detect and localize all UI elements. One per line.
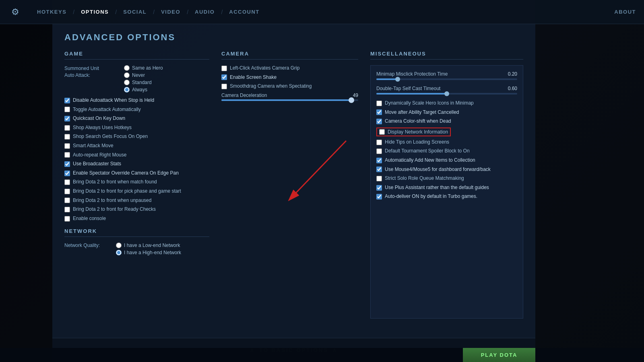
game-checkbox-7[interactable]: Use Broadcaster Stats [64, 161, 209, 167]
game-checkbox-3[interactable]: Shop Always Uses Hotkeys [64, 125, 209, 131]
camera-checkbox-label-1: Enable Screen Shake [230, 74, 277, 81]
radio-always[interactable]: Always [124, 87, 163, 93]
game-checkbox-label-6: Auto-repeat Right Mouse [73, 152, 126, 158]
game-checkbox-input-3[interactable] [64, 125, 70, 131]
game-checkbox-label-12: Bring Dota 2 to front for Ready Checks [73, 206, 156, 213]
game-checkbox-label-3: Shop Always Uses Hotkeys [73, 125, 132, 131]
camera-checkbox-1[interactable]: Enable Screen Shake [221, 74, 358, 81]
game-checkbox-input-5[interactable] [64, 143, 70, 149]
doubletap-slider-label: Double-Tap Self Cast Timeout [376, 86, 440, 91]
game-checkbox-input-4[interactable] [64, 134, 70, 140]
game-checkbox-0[interactable]: Disable Autoattack When Stop is Held [64, 97, 209, 104]
game-checkbox-11[interactable]: Bring Dota 2 to front when unpaused [64, 197, 209, 204]
game-checkbox-input-0[interactable] [64, 98, 70, 103]
game-checkbox-6[interactable]: Auto-repeat Right Mouse [64, 152, 209, 158]
game-checkbox-input-13[interactable] [64, 216, 70, 222]
misc-checkbox-2[interactable]: Camera Color-shift when Dead [376, 118, 517, 125]
nav-account[interactable]: ACCOUNT [223, 9, 266, 15]
camera-checkbox-input-2[interactable] [221, 84, 227, 89]
radio-standard-input[interactable] [124, 80, 130, 85]
misc-checkbox-9[interactable]: Use Plus Assistant rather than the defau… [376, 185, 517, 191]
nav-options[interactable]: OPTIONS [74, 9, 115, 15]
game-checkbox-label-2: Quickcast On Key Down [73, 115, 125, 122]
game-checkbox-13[interactable]: Enable console [64, 216, 209, 222]
camera-checkbox-0[interactable]: Left-Click Activates Camera Grip [221, 65, 358, 72]
camera-checkbox-input-1[interactable] [221, 74, 227, 80]
misc-checkbox-7[interactable]: Use Mouse4/Mouse5 for dashboard forward/… [376, 167, 517, 173]
radio-low-end[interactable]: I have a Low-end Network [116, 243, 181, 248]
nav-about[interactable]: ABOUT [614, 9, 636, 15]
nav-hotkeys[interactable]: HOTKEYS [31, 9, 73, 15]
cam-slider-bar[interactable] [221, 99, 358, 101]
game-checkbox-2[interactable]: Quickcast On Key Down [64, 115, 209, 122]
cam-slider-thumb[interactable] [349, 97, 354, 103]
misc-checkbox-0[interactable]: Dynamically Scale Hero Icons in Minimap [376, 100, 517, 107]
game-checkbox-4[interactable]: Shop Search Gets Focus On Open [64, 134, 209, 140]
minimap-slider-row: Minimap Misclick Protection Time 0.20 [376, 71, 517, 77]
game-checkbox-8[interactable]: Enable Spectator Override Camera On Edge… [64, 170, 209, 177]
game-checkbox-10[interactable]: Bring Dota 2 to front for pick phase and… [64, 188, 209, 195]
radio-standard[interactable]: Standard [124, 80, 163, 85]
game-checkbox-label-10: Bring Dota 2 to front for pick phase and… [73, 188, 181, 195]
radio-same-label: Same as Hero [132, 65, 163, 71]
game-checkbox-input-2[interactable] [64, 116, 70, 121]
misc-checkbox-input-4[interactable] [376, 140, 382, 145]
radio-high-end[interactable]: I have a High-end Network [116, 250, 181, 255]
misc-checkbox-label-4: Hide Tips on Loading Screens [385, 139, 449, 146]
game-checkbox-input-1[interactable] [64, 107, 70, 112]
radio-same-input[interactable] [124, 65, 130, 71]
nav-audio[interactable]: AUDIO [188, 9, 221, 15]
nav-video[interactable]: VIDEO [155, 9, 187, 15]
radio-always-input[interactable] [124, 87, 130, 93]
misc-checkbox-5[interactable]: Default Tournament Spoiler Block to On [376, 148, 517, 154]
game-checkbox-9[interactable]: Bring Dota 2 to front when match found [64, 179, 209, 185]
game-checkbox-12[interactable]: Bring Dota 2 to front for Ready Checks [64, 206, 209, 213]
misc-checkbox-input-5[interactable] [376, 148, 382, 154]
radio-never-input[interactable] [124, 72, 130, 78]
misc-checkbox-input-8[interactable] [376, 176, 382, 181]
misc-checkbox-input-9[interactable] [376, 185, 382, 191]
game-checkbox-input-11[interactable] [64, 197, 70, 203]
misc-checkbox-input-7[interactable] [376, 167, 382, 172]
gear-icon: ⚙ [8, 5, 23, 19]
play-dota-button[interactable]: PLAY DOTA [463, 348, 535, 362]
doubletap-slider-track[interactable] [376, 93, 517, 95]
radio-never[interactable]: Never [124, 72, 163, 78]
misc-checkbox-input-10[interactable] [376, 194, 382, 200]
radio-low-input[interactable] [116, 243, 122, 248]
misc-checkbox-highlighted-3[interactable]: Display Network Information [376, 128, 451, 136]
game-checkbox-input-7[interactable] [64, 161, 70, 167]
nav-items: HOTKEYS / OPTIONS / SOCIAL / VIDEO / AUD… [31, 9, 266, 15]
radio-same-as-hero[interactable]: Same as Hero [124, 65, 163, 71]
minimap-slider-thumb[interactable] [395, 77, 400, 82]
misc-checkbox-10[interactable]: Auto-deliver ON by default in Turbo game… [376, 193, 517, 200]
game-checkbox-input-12[interactable] [64, 207, 70, 212]
camera-checkbox-input-0[interactable] [221, 66, 227, 71]
misc-checkbox-input-2[interactable] [376, 119, 382, 124]
game-checkbox-input-6[interactable] [64, 152, 70, 158]
cam-slider-label: Camera Deceleration [221, 93, 267, 98]
cam-slider-label-row: Camera Deceleration 49 [221, 93, 358, 98]
game-checkbox-input-9[interactable] [64, 179, 70, 185]
radio-options: Same as Hero Never Standard Always [124, 65, 163, 93]
misc-checkbox-6[interactable]: Automatically Add New Items to Collectio… [376, 157, 517, 164]
misc-checkbox-input-3[interactable] [379, 129, 385, 135]
camera-checkbox-2[interactable]: Smoothdrag Camera when Spectating [221, 83, 358, 90]
misc-checkbox-input-1[interactable] [376, 109, 382, 115]
doubletap-slider-thumb[interactable] [444, 91, 449, 96]
nav-social[interactable]: SOCIAL [117, 9, 153, 15]
radio-high-input[interactable] [116, 250, 122, 255]
misc-checkbox-input-6[interactable] [376, 158, 382, 163]
misc-checkbox-1[interactable]: Move after Ability Target Cancelled [376, 109, 517, 116]
game-checkbox-5[interactable]: Smart Attack Move [64, 143, 209, 149]
cam-deceleration-slider: Camera Deceleration 49 [221, 93, 358, 101]
misc-checkbox-8[interactable]: Strict Solo Role Queue Matchmaking [376, 175, 517, 182]
misc-checkbox-label-2: Camera Color-shift when Dead [385, 118, 451, 125]
misc-checkbox-input-0[interactable] [376, 101, 382, 106]
game-column: GAME Summoned UnitAuto Attack: Same as H… [64, 51, 209, 316]
game-checkbox-input-8[interactable] [64, 171, 70, 176]
misc-checkbox-4[interactable]: Hide Tips on Loading Screens [376, 139, 517, 146]
game-checkbox-1[interactable]: Toggle Autoattack Automatically [64, 107, 209, 113]
game-checkbox-input-10[interactable] [64, 189, 70, 194]
minimap-slider-track[interactable] [376, 78, 517, 80]
